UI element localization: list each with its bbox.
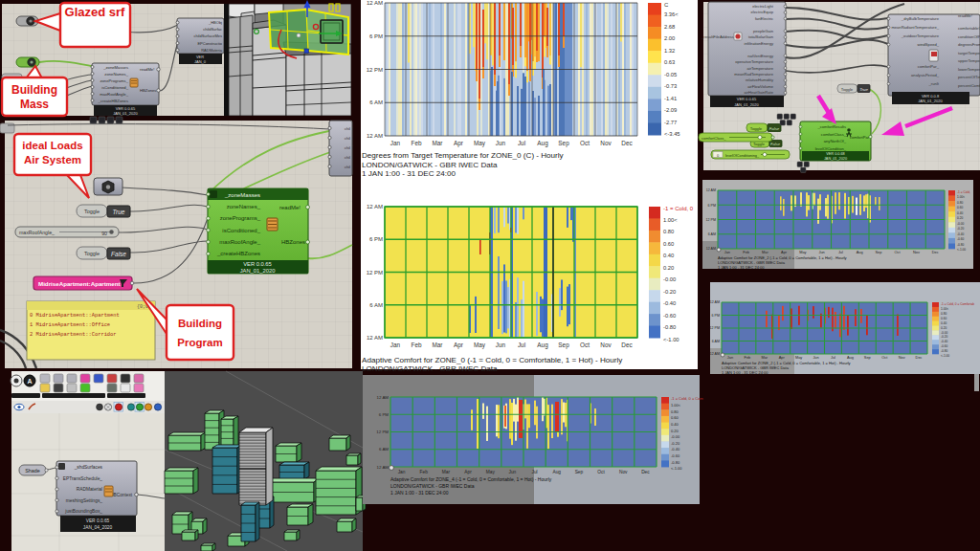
svg-text:Apr: Apr (781, 250, 788, 254)
svg-text:levelOfConditioning_: levelOfConditioning_ (725, 154, 760, 158)
svg-text:Program: Program (177, 337, 222, 348)
svg-text:Mar: Mar (432, 140, 443, 146)
svg-text:2.00: 2.00 (664, 35, 675, 41)
svg-text:12 PM: 12 PM (376, 430, 389, 434)
svg-text:Aug: Aug (857, 250, 863, 254)
svg-text:operativeTemperature: operativeTemperature (735, 59, 774, 64)
svg-text:Jan: Jan (390, 140, 401, 146)
svg-text:Nov: Nov (600, 342, 612, 348)
svg-text:90: 90 (101, 231, 107, 236)
svg-text:0.63: 0.63 (664, 59, 675, 65)
svg-text:0.80: 0.80 (957, 201, 963, 205)
svg-text:True: True (113, 209, 125, 215)
svg-text:0.60: 0.60 (671, 415, 679, 420)
svg-text:Nov: Nov (913, 250, 920, 254)
svg-text:electricLight: electricLight (752, 4, 774, 9)
svg-text:Apr: Apr (454, 342, 464, 349)
svg-text:Aug: Aug (552, 470, 561, 474)
svg-text:Jun: Jun (813, 355, 818, 360)
svg-text:-0.60: -0.60 (671, 453, 680, 458)
svg-text:Glazed srf: Glazed srf (65, 5, 126, 19)
svg-text:1.00<: 1.00< (957, 195, 965, 199)
svg-text:-0.00: -0.00 (941, 331, 947, 335)
svg-text:Toggle: Toggle (750, 126, 763, 131)
svg-text:-0.00: -0.00 (957, 222, 964, 226)
svg-text:12 PM: 12 PM (367, 270, 383, 276)
svg-text:_zoneMasses: _zoneMasses (224, 192, 260, 198)
svg-text:Jul: Jul (518, 140, 525, 146)
svg-text:3.36<: 3.36< (664, 11, 679, 17)
svg-text:comfortPar: comfortPar (850, 135, 870, 140)
svg-text:ideal Loads: ideal Loads (22, 140, 82, 151)
svg-text:1.00<: 1.00< (663, 217, 678, 223)
svg-text:JAN_04_2020: JAN_04_2020 (83, 525, 113, 530)
svg-text:Jul: Jul (838, 250, 843, 254)
svg-text:chil: chil (345, 155, 350, 160)
svg-text:0.80: 0.80 (671, 409, 679, 414)
svg-text:VER 0.0.65: VER 0.0.65 (243, 261, 272, 267)
svg-text:readMe!: readMe! (279, 205, 301, 210)
svg-text:Building: Building (11, 83, 57, 97)
svg-text:-0.20: -0.20 (957, 227, 964, 231)
svg-text:-0.20: -0.20 (941, 335, 947, 339)
svg-text:readMe!: readMe! (958, 13, 972, 18)
svg-text:meshingSettings_: meshingSettings_ (66, 498, 102, 503)
svg-text:0.40: 0.40 (663, 253, 674, 258)
svg-text:-2.09: -2.09 (664, 107, 677, 113)
svg-text:totalSolarGain: totalSolarGain (748, 34, 774, 39)
svg-text:Jan: Jan (727, 355, 733, 360)
svg-text:Dec: Dec (916, 355, 923, 360)
svg-text:1 JAN 1:00 - 31 DEC 24:00: 1 JAN 1:00 - 31 DEC 24:00 (390, 490, 449, 496)
svg-text:Jun: Jun (818, 250, 824, 254)
svg-text:Sep: Sep (575, 470, 584, 474)
svg-text:C: C (664, 2, 669, 8)
svg-text:Oct: Oct (597, 470, 605, 474)
svg-text:natVentEnergy: natVentEnergy (747, 54, 774, 58)
svg-text:12 AM: 12 AM (706, 188, 716, 192)
svg-text:May: May (799, 250, 806, 254)
svg-text:relativeHumidity: relativeHumidity (746, 77, 774, 82)
svg-text:infiltrationEnergy: infiltrationEnergy (745, 41, 774, 46)
svg-text:Sep: Sep (864, 355, 871, 360)
svg-text:Jun: Jun (509, 470, 517, 474)
svg-text:Jul: Jul (831, 355, 835, 360)
svg-text:LONDON/GATWICK - GBR IWEC Data: LONDON/GATWICK - GBR IWEC Data (390, 483, 475, 489)
svg-text:anyNorthOf_: anyNorthOf_ (824, 139, 847, 143)
svg-text:Sep: Sep (875, 250, 881, 254)
svg-text:12 AM: 12 AM (367, 133, 383, 139)
svg-text:Dec: Dec (621, 342, 633, 348)
svg-text:May: May (474, 140, 486, 147)
svg-text:12 AM: 12 AM (706, 247, 716, 251)
svg-text:_runIt: _runIt (928, 81, 940, 86)
svg-text:0.60: 0.60 (957, 206, 963, 209)
svg-text:_HBObj: _HBObj (208, 20, 222, 25)
svg-text:12 AM: 12 AM (710, 352, 720, 356)
svg-text:_outdoorTemperature: _outdoorTemperature (901, 33, 940, 38)
svg-text:justBoundingBox_: justBoundingBox_ (64, 509, 102, 514)
svg-text:-0.60: -0.60 (663, 313, 676, 319)
svg-text:-1 = Cold, 0: -1 = Cold, 0 (663, 206, 694, 211)
svg-text:Aug: Aug (537, 342, 548, 349)
svg-text:maxRoofAngle_: maxRoofAngle_ (19, 230, 55, 235)
svg-text:Dec: Dec (932, 250, 939, 254)
svg-text:Mar: Mar (432, 342, 443, 348)
svg-text:<-1.00: <-1.00 (957, 248, 966, 252)
svg-text:0 MidriseApartment::Apartment: 0 MidriseApartment::Apartment (30, 313, 120, 319)
svg-text:12 AM: 12 AM (377, 465, 390, 470)
svg-text:12 AM: 12 AM (377, 395, 390, 400)
svg-text:isConditioned_: isConditioned_ (101, 85, 128, 90)
svg-text:airFlowVolume: airFlowVolume (747, 84, 774, 89)
svg-text:_resultFileAddress: _resultFileAddress (701, 34, 734, 39)
svg-text:May: May (486, 470, 496, 474)
svg-text:Mar: Mar (762, 250, 768, 254)
svg-text:Toggle: Toggle (841, 87, 854, 92)
svg-text:<-3.45: <-3.45 (664, 131, 680, 137)
svg-text:Jul: Jul (518, 342, 525, 348)
svg-text:A: A (27, 378, 32, 385)
svg-text:HBZones: HBZones (140, 88, 156, 93)
svg-text:Nov: Nov (899, 355, 905, 360)
svg-text:Shade: Shade (25, 468, 40, 474)
svg-text:0.60: 0.60 (941, 317, 947, 320)
svg-text:-0.20: -0.20 (663, 289, 676, 295)
svg-text:Sep: Sep (558, 140, 569, 147)
